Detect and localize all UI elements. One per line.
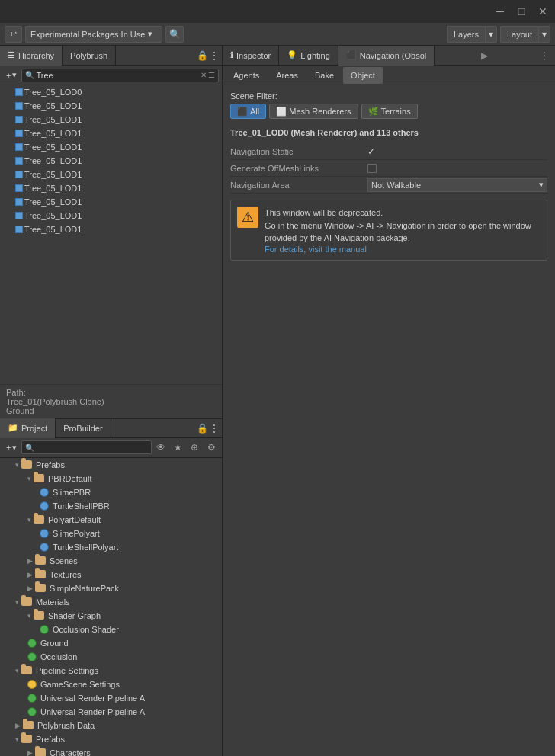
subtab-areas[interactable]: Areas (268, 67, 306, 84)
proj-slimepolyart-item[interactable]: SlimePolyart (0, 527, 222, 540)
object-label: Object (351, 71, 375, 80)
subtab-bake[interactable]: Bake (307, 67, 342, 84)
hierarchy-search-box[interactable]: 🔍 ✕ ☰ (21, 69, 219, 82)
nav-area-dropdown[interactable]: Not Walkable ▾ (367, 178, 547, 192)
inspector-icon: ℹ (230, 50, 233, 60)
proj-eye-icon[interactable]: 👁 (153, 440, 168, 455)
add-button[interactable]: + ▾ (3, 69, 20, 82)
project-search-input[interactable] (36, 443, 148, 452)
tab-project[interactable]: 📁 Project (0, 418, 56, 438)
proj-shadergraph-item[interactable]: ▾ Shader Graph (0, 609, 222, 623)
tab-probuilder[interactable]: ProBuilder (56, 418, 111, 438)
search-input[interactable] (36, 71, 199, 80)
materials-arrow-icon: ▾ (15, 598, 19, 606)
tree-item-lod0[interactable]: Tree_05_LOD0 (0, 85, 222, 99)
tree-item-lod1-10[interactable]: Tree_05_LOD1 (0, 223, 222, 236)
offmeshlinks-checkbox[interactable] (367, 164, 377, 173)
pbrdefault-arrow-icon: ▾ (27, 475, 31, 482)
occlusionshader-icon (40, 625, 49, 634)
tree-item-lod1-5[interactable]: Tree_05_LOD1 (0, 154, 222, 168)
urp2-label: Universal Render Pipeline A (40, 707, 145, 716)
proj-polybrushdata-item[interactable]: ▶ Polybrush Data (0, 719, 222, 732)
textures-arrow-icon: ▶ (27, 571, 33, 578)
nav-static-checkbox[interactable]: ✓ (367, 146, 375, 157)
proj-characters-item[interactable]: ▶ Characters (0, 746, 222, 757)
proj-prefabs2-item[interactable]: ▾ Prefabs (0, 732, 222, 746)
proj-simplenaturepack-item[interactable]: ▶ SimpleNaturePack (0, 581, 222, 595)
path-value: Tree_01(Polybrush Clone) (6, 397, 216, 406)
project-lock-icon[interactable]: 🔒 (197, 423, 208, 434)
proj-occlusionshader-item[interactable]: Occlusion Shader (0, 623, 222, 636)
proj-materials-item[interactable]: ▾ Materials (0, 595, 222, 609)
proj-textures-item[interactable]: ▶ Textures (0, 568, 222, 581)
subtab-object[interactable]: Object (343, 67, 383, 84)
filter-mesh-icon: ⬜ (276, 107, 287, 117)
filter-mesh-button[interactable]: ⬜ Mesh Renderers (269, 104, 358, 119)
tree-item-lod1-2[interactable]: Tree_05_LOD1 (0, 113, 222, 127)
turtleshellpbr-label: TurtleShellPBR (53, 501, 110, 511)
proj-turtleshellpolyart-item[interactable]: TurtleShellPolyart (0, 540, 222, 554)
tree-item-lod1-1[interactable]: Tree_05_LOD1 (0, 99, 222, 113)
filter-all-button[interactable]: ⬛ All (230, 104, 266, 119)
proj-slimepbr-item[interactable]: SlimePBR (0, 485, 222, 499)
search-button[interactable]: 🔍 (165, 26, 184, 43)
proj-turtleshellpbr-item[interactable]: TurtleShellPBR (0, 499, 222, 513)
proj-favorite-icon[interactable]: ★ (170, 440, 185, 455)
proj-settings-icon[interactable]: ⚙ (204, 440, 219, 455)
close-button[interactable]: ✕ (537, 5, 549, 18)
tree-item-lod1-8[interactable]: Tree_05_LOD1 (0, 195, 222, 209)
proj-pipelinesettings-item[interactable]: ▾ Pipeline Settings (0, 664, 222, 678)
tree-item-label: Tree_05_LOD1 (24, 143, 82, 152)
history-button[interactable]: ↩ (5, 26, 22, 43)
lock-icon[interactable]: 🔒 (197, 50, 208, 61)
warning-link[interactable]: For details, visit the manual (265, 245, 541, 254)
layout-control: Layout ▾ (500, 26, 550, 43)
clear-icon[interactable]: ✕ (201, 71, 207, 79)
search-options-icon[interactable]: ☰ (208, 71, 215, 79)
experimental-packages-label: Experimental Packages In Use (30, 30, 145, 39)
proj-filter-icon[interactable]: ⊕ (187, 440, 202, 455)
filter-terrain-button[interactable]: 🌿 Terrains (361, 104, 418, 119)
more-icon[interactable]: ⋮ (210, 50, 219, 61)
tree-item-label: Tree_05_LOD1 (24, 211, 82, 220)
search-icon: 🔍 (169, 29, 181, 40)
proj-ground-item[interactable]: Ground (0, 636, 222, 650)
minimize-button[interactable]: ─ (494, 5, 506, 18)
proj-scenes-item[interactable]: ▶ Scenes (0, 554, 222, 568)
mesh-icon (15, 143, 23, 151)
proj-urp2-item[interactable]: Universal Render Pipeline A (0, 705, 222, 719)
proj-urp1-item[interactable]: Universal Render Pipeline A (0, 691, 222, 705)
tab-hierarchy[interactable]: ☰ Hierarchy (0, 46, 63, 66)
textures-label: Textures (50, 570, 82, 579)
tree-item-lod1-6[interactable]: Tree_05_LOD1 (0, 168, 222, 181)
right-tab-more-icon[interactable]: ⋮ (534, 50, 555, 61)
right-tab-chevron[interactable]: ▶ (475, 50, 494, 61)
project-search-box[interactable]: 🔍 (21, 440, 152, 454)
proj-polyartdefault-item[interactable]: ▾ PolyartDefault (0, 513, 222, 527)
tree-item-lod1-7[interactable]: Tree_05_LOD1 (0, 181, 222, 195)
prefabs-arrow-icon: ▾ (15, 461, 19, 469)
tab-lighting[interactable]: 💡 Lighting (279, 46, 338, 66)
proj-pbrdefault-item[interactable]: ▾ PBRDefault (0, 472, 222, 485)
experimental-packages-dropdown[interactable]: Experimental Packages In Use ▾ (25, 26, 162, 43)
proj-gamescene-item[interactable]: GameScene Settings (0, 678, 222, 691)
deprecation-warning: ⚠ This window will be deprecated. Go in … (230, 200, 547, 261)
project-add-button[interactable]: + ▾ (3, 441, 20, 454)
textures-folder-icon (35, 570, 46, 578)
tab-polybrush[interactable]: Polybrush (63, 46, 116, 66)
tree-item-lod1-9[interactable]: Tree_05_LOD1 (0, 209, 222, 223)
maximize-button[interactable]: □ (515, 5, 528, 18)
subtab-agents[interactable]: Agents (226, 67, 267, 84)
layers-arrow[interactable]: ▾ (485, 26, 497, 43)
tree-item-label: Tree_05_LOD1 (24, 156, 82, 165)
left-panel: ☰ Hierarchy Polybrush 🔒 ⋮ + ▾ 🔍 ✕ ☰ (0, 46, 223, 756)
tab-navigation[interactable]: ⬛ Navigation (Obsol (338, 46, 435, 66)
proj-prefabs-item[interactable]: ▾ Prefabs (0, 458, 222, 472)
tree-item-label: Tree_05_LOD1 (24, 115, 82, 124)
project-more-icon[interactable]: ⋮ (210, 423, 219, 434)
proj-occlusion-item[interactable]: Occlusion (0, 650, 222, 664)
tree-item-lod1-3[interactable]: Tree_05_LOD1 (0, 127, 222, 140)
tab-inspector[interactable]: ℹ Inspector (223, 46, 279, 66)
layout-arrow[interactable]: ▾ (538, 26, 550, 43)
tree-item-lod1-4[interactable]: Tree_05_LOD1 (0, 140, 222, 154)
